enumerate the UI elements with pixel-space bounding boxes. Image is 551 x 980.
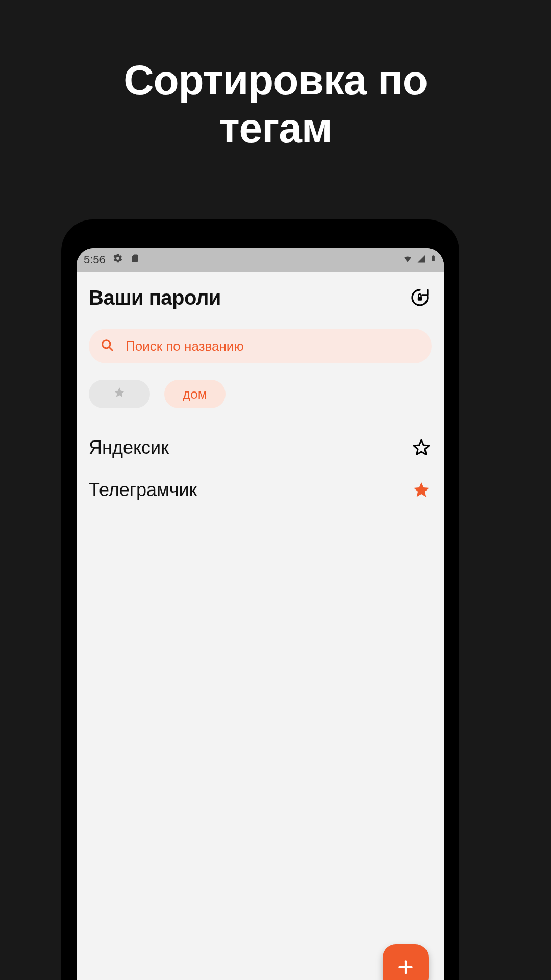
status-right [402,253,437,267]
search-placeholder: Поиск по названию [126,338,244,354]
status-left: 5:56 [84,253,139,266]
list-item[interactable]: Яндексик [89,427,432,469]
search-input[interactable]: Поиск по названию [89,329,432,363]
star-filled-icon [412,481,431,499]
battery-icon [430,253,437,267]
signal-icon [416,253,427,266]
app-screen: 5:56 Ва [77,248,444,980]
svg-line-2 [109,347,113,351]
password-list: Яндексик Телеграмчик [89,424,432,511]
item-name: Телеграмчик [89,479,197,501]
tag-chip-dom[interactable]: дом [164,380,226,408]
plus-icon [395,957,416,977]
lock-refresh-icon [410,287,430,308]
gear-icon [113,253,123,266]
svg-rect-0 [418,297,422,301]
tag-label: дом [183,386,207,402]
tags-row: дом [89,363,432,424]
list-item[interactable]: Телеграмчик [89,469,432,511]
search-icon [100,338,114,354]
promo-title-line2: тегам [219,105,332,151]
content-area: Ваши пароли Поиск по названию [77,272,444,511]
star-icon [113,386,126,402]
wifi-icon [402,253,413,266]
status-time: 5:56 [84,253,106,266]
star-outline-icon [412,438,431,457]
item-name: Яндексик [89,437,169,458]
status-bar: 5:56 [77,248,444,272]
device-frame: 5:56 Ва [61,219,459,980]
promo-title-line1: Сортировка по [123,57,428,103]
sd-card-icon [130,253,139,266]
favorite-toggle[interactable] [411,480,432,500]
promo-title: Сортировка по тегам [0,0,551,153]
lock-refresh-button[interactable] [408,286,432,309]
app-header: Ваши пароли [89,272,432,329]
page-title: Ваши пароли [89,286,221,309]
favorite-toggle[interactable] [411,437,432,458]
add-button[interactable] [383,944,429,980]
tag-chip-favorites[interactable] [89,380,150,408]
